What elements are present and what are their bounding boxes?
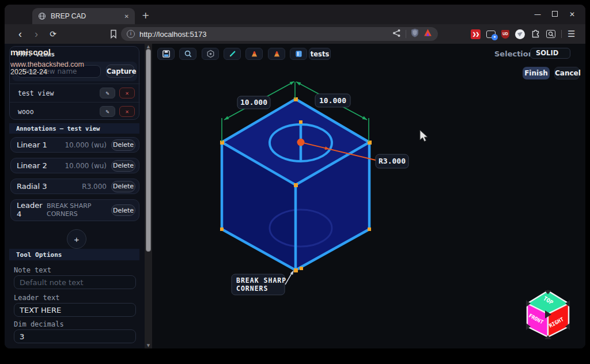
- dim-decimals-input[interactable]: [14, 329, 136, 343]
- annotation-value: 10.000 (wu): [65, 162, 107, 170]
- view-list-item[interactable]: wooo ✎ ✕: [10, 102, 140, 120]
- view-list-item[interactable]: test view ✎ ✕: [10, 84, 140, 102]
- tab-close-icon[interactable]: ✕: [124, 13, 129, 20]
- leader-text-label: Leader text: [14, 294, 59, 302]
- browser-tab[interactable]: BREP CAD ✕: [32, 8, 135, 24]
- divider: [561, 30, 562, 38]
- annotation-value: R3.000: [82, 183, 107, 191]
- star-badge-icon: ★: [491, 34, 498, 40]
- settings-tool-button[interactable]: [202, 48, 219, 60]
- annotation-name: Leader 4: [17, 202, 43, 219]
- title-bar: BREP CAD ✕ + — ✕: [5, 5, 585, 24]
- chevrons-extension-icon[interactable]: ❯❯: [471, 29, 481, 39]
- dim-decimals-label: Dim decimals: [14, 320, 64, 328]
- search-icon: [184, 50, 192, 58]
- globe-icon: [38, 12, 46, 20]
- search-tool-button[interactable]: [179, 48, 196, 60]
- annotation-row: Linear 2 10.000 (wu) Delete: [10, 158, 139, 173]
- panel-icon: [294, 50, 303, 58]
- brave-logo-icon[interactable]: [423, 29, 432, 39]
- minimize-button[interactable]: —: [529, 10, 546, 18]
- tool-options-header: Tool Options: [9, 249, 139, 260]
- cone-icon: [250, 50, 259, 58]
- divider: [406, 30, 406, 38]
- selection-mode-select[interactable]: SOLID: [530, 48, 570, 59]
- finish-button[interactable]: Finish: [523, 67, 550, 79]
- radial-label[interactable]: R3.000: [379, 157, 406, 165]
- edit-view-button[interactable]: ✎: [100, 88, 115, 98]
- gear-icon: [206, 50, 215, 58]
- address-bar: ‹ › ⟳ i http://localhost:5173: [5, 24, 585, 44]
- window-controls: — ✕: [529, 5, 581, 24]
- mouse-cursor: [420, 130, 428, 142]
- brave-shield-icon[interactable]: [411, 28, 419, 40]
- main-area: 10.000 10.000 R3.000 BREAK S: [152, 44, 585, 348]
- save-button[interactable]: [157, 48, 175, 60]
- search-tabs-icon[interactable]: [546, 30, 555, 38]
- tests-button[interactable]: tests: [309, 48, 331, 60]
- sidebar-scrollbar[interactable]: ▲ ▼: [145, 44, 152, 348]
- sidebar: mmiscool www.thebackshed.com 2025-12-24 …: [5, 44, 145, 348]
- selection-label: Selection: [494, 50, 534, 58]
- menu-icon[interactable]: ☰: [568, 29, 575, 39]
- annotation-name: Linear 2: [17, 161, 47, 170]
- note-text-input[interactable]: [14, 275, 136, 289]
- chamfer-tool-button[interactable]: [245, 48, 263, 60]
- view-cube[interactable]: TOP FRONT RIGHT: [526, 290, 570, 339]
- window-extension-icon[interactable]: ★: [486, 31, 496, 38]
- share-icon[interactable]: [392, 29, 401, 40]
- view-name: test view: [18, 89, 100, 97]
- views-input-row: Capture: [12, 62, 137, 81]
- bookmark-icon[interactable]: [107, 24, 120, 44]
- window-close-button[interactable]: ✕: [563, 10, 581, 18]
- leader-text-input[interactable]: [14, 303, 136, 317]
- delete-annotation-button[interactable]: Delete: [111, 160, 135, 172]
- url-text: http://localhost:5173: [139, 30, 388, 39]
- leader-note-line1: BREAK SHARP: [236, 276, 286, 285]
- site-info-icon[interactable]: i: [127, 30, 135, 38]
- maximize-button[interactable]: [546, 10, 563, 18]
- fillet-tool-button[interactable]: [268, 48, 285, 60]
- save-icon: [162, 50, 171, 58]
- delete-annotation-button[interactable]: Delete: [111, 204, 135, 216]
- annotation-name: Radial 3: [17, 182, 47, 191]
- leader-note-line2: CORNERS: [236, 285, 268, 293]
- delete-view-button[interactable]: ✕: [119, 106, 135, 117]
- annotation-row: Linear 1 10.000 (wu) Delete: [10, 137, 139, 153]
- leader-note[interactable]: BREAK SHARP CORNERS: [232, 270, 294, 295]
- capture-button[interactable]: Capture: [106, 65, 134, 78]
- tab-title: BREP CAD: [51, 12, 120, 20]
- reload-button[interactable]: ⟳: [46, 24, 60, 44]
- url-bar[interactable]: i http://localhost:5173: [121, 27, 438, 41]
- annotations-header: Annotations — test view: [9, 123, 139, 134]
- cone-icon: [273, 50, 281, 58]
- forward-button[interactable]: ›: [30, 24, 43, 44]
- circle-extension-icon[interactable]: [515, 29, 525, 39]
- new-view-name-input[interactable]: [17, 65, 101, 78]
- new-tab-button[interactable]: +: [142, 9, 149, 22]
- view-name: wooo: [18, 108, 100, 116]
- app-content: mmiscool www.thebackshed.com 2025-12-24 …: [5, 44, 585, 348]
- back-button[interactable]: ‹: [14, 24, 27, 44]
- draw-tool-button[interactable]: [224, 48, 241, 60]
- dim-label-right[interactable]: 10.000: [319, 96, 346, 105]
- radial-center-handle[interactable]: [297, 139, 305, 146]
- views-header: PMT: Views: [17, 51, 55, 58]
- delete-annotation-button[interactable]: Delete: [111, 139, 135, 151]
- cancel-button[interactable]: Cancel: [554, 67, 580, 79]
- puzzle-extensions-icon[interactable]: [531, 28, 540, 40]
- scroll-down-icon[interactable]: ▼: [145, 343, 152, 348]
- dim-label-left[interactable]: 10.000: [240, 98, 267, 107]
- delete-view-button[interactable]: ✕: [119, 88, 135, 98]
- annotation-value: BREAK SHARP CORNERS: [47, 202, 101, 218]
- add-annotation-button[interactable]: +: [67, 229, 86, 249]
- panel-tool-button[interactable]: [290, 48, 307, 60]
- annotation-name: Linear 1: [17, 141, 47, 149]
- annotation-row: Leader 4 BREAK SHARP CORNERS Delete: [10, 199, 139, 221]
- annotation-value: 10.000 (wu): [65, 141, 107, 149]
- delete-annotation-button[interactable]: Delete: [111, 181, 135, 192]
- scrollbar-thumb[interactable]: [146, 49, 151, 252]
- cad-viewport[interactable]: 10.000 10.000 R3.000 BREAK S: [152, 44, 585, 348]
- edit-view-button[interactable]: ✎: [100, 106, 115, 117]
- ud-extension-icon[interactable]: UD: [501, 30, 509, 39]
